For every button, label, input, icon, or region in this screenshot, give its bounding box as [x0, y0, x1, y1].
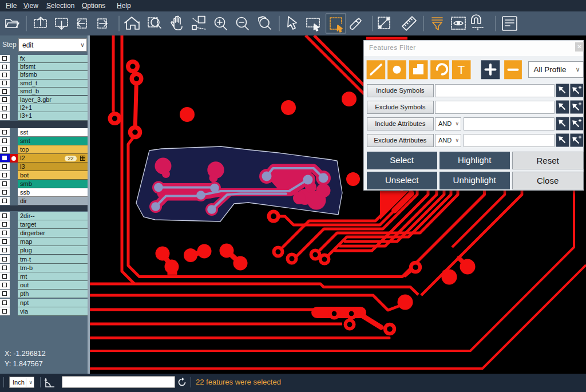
- svg-text:T: T: [458, 63, 465, 76]
